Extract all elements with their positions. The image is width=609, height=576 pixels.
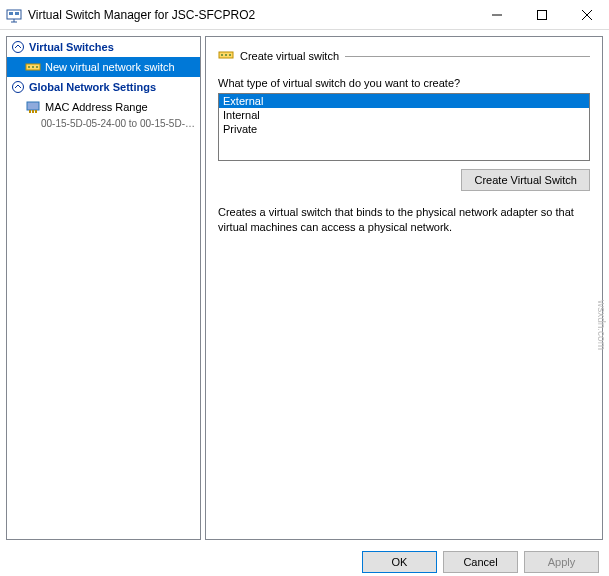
sidebar-item-label: MAC Address Range — [45, 101, 148, 113]
group-header: Create virtual switch — [218, 47, 590, 65]
titlebar: Virtual Switch Manager for JSC-SFCPRO2 — [0, 0, 609, 30]
svg-point-13 — [36, 66, 38, 68]
close-button[interactable] — [564, 0, 609, 29]
sidebar-item-new-switch[interactable]: New virtual network switch — [7, 57, 200, 77]
sidebar: Virtual Switches New virtual network swi… — [6, 36, 201, 540]
svg-point-22 — [229, 54, 231, 56]
maximize-button[interactable] — [519, 0, 564, 29]
svg-rect-18 — [35, 110, 37, 113]
ok-button[interactable]: OK — [362, 551, 437, 573]
svg-rect-2 — [15, 12, 19, 15]
svg-rect-17 — [32, 110, 34, 113]
switch-icon — [25, 59, 41, 75]
group-title: Create virtual switch — [240, 50, 339, 62]
dialog-footer: OK Cancel Apply — [0, 546, 609, 576]
section-title: Global Network Settings — [29, 81, 156, 93]
app-icon — [6, 7, 22, 23]
nic-icon — [25, 99, 41, 115]
svg-point-9 — [13, 42, 24, 53]
section-global-network[interactable]: Global Network Settings — [7, 77, 200, 97]
client-area: Virtual Switches New virtual network swi… — [0, 30, 609, 546]
create-switch-button[interactable]: Create Virtual Switch — [461, 169, 590, 191]
option-private[interactable]: Private — [219, 122, 589, 136]
svg-rect-16 — [29, 110, 31, 113]
svg-rect-1 — [9, 12, 13, 15]
section-virtual-switches[interactable]: Virtual Switches — [7, 37, 200, 57]
chevron-up-icon — [11, 40, 25, 54]
apply-button[interactable]: Apply — [524, 551, 599, 573]
svg-point-14 — [13, 82, 24, 93]
svg-point-12 — [32, 66, 34, 68]
sidebar-item-mac-range[interactable]: MAC Address Range — [7, 97, 200, 117]
cancel-button[interactable]: Cancel — [443, 551, 518, 573]
sidebar-item-sublabel: 00-15-5D-05-24-00 to 00-15-5D-0... — [7, 117, 200, 130]
switch-type-question: What type of virtual switch do you want … — [218, 77, 590, 89]
option-external[interactable]: External — [219, 94, 589, 108]
option-internal[interactable]: Internal — [219, 108, 589, 122]
svg-point-11 — [28, 66, 30, 68]
main-panel: Create virtual switch What type of virtu… — [205, 36, 603, 540]
minimize-button[interactable] — [474, 0, 519, 29]
switch-icon — [218, 47, 234, 65]
chevron-up-icon — [11, 80, 25, 94]
divider — [345, 56, 590, 57]
switch-type-listbox[interactable]: External Internal Private — [218, 93, 590, 161]
window-title: Virtual Switch Manager for JSC-SFCPRO2 — [28, 8, 474, 22]
sidebar-item-label: New virtual network switch — [45, 61, 175, 73]
section-title: Virtual Switches — [29, 41, 114, 53]
svg-rect-15 — [27, 102, 39, 110]
svg-rect-6 — [537, 10, 546, 19]
svg-point-20 — [221, 54, 223, 56]
switch-description: Creates a virtual switch that binds to t… — [218, 205, 590, 235]
svg-point-21 — [225, 54, 227, 56]
